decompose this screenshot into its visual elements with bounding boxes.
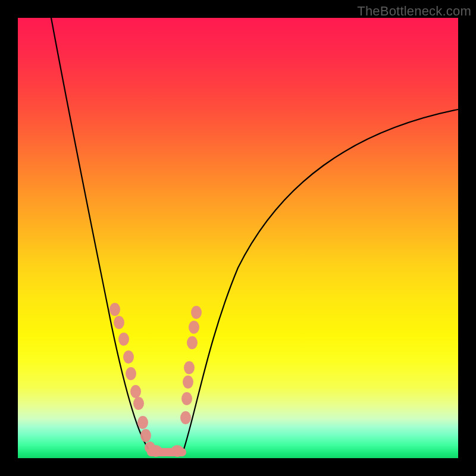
right-curve <box>183 109 458 451</box>
marker-dot <box>118 333 129 346</box>
marker-dot <box>180 411 191 424</box>
watermark-text: TheBottleneck.com <box>357 4 471 19</box>
marker-dot <box>171 445 184 457</box>
marker-dot <box>187 336 198 349</box>
marker-dot <box>149 445 162 457</box>
right-markers <box>180 306 202 424</box>
marker-dot <box>123 350 134 364</box>
marker-dot <box>140 429 151 442</box>
chart-container: TheBottleneck.com <box>0 0 476 476</box>
marker-dot <box>184 361 195 374</box>
marker-dot <box>114 316 124 329</box>
marker-dot <box>183 375 193 389</box>
marker-dot <box>189 321 199 334</box>
marker-dot <box>126 367 136 380</box>
marker-dot <box>109 303 120 316</box>
marker-dot <box>181 392 192 405</box>
left-markers <box>109 303 155 453</box>
marker-dot <box>191 306 202 319</box>
marker-dot <box>137 416 148 429</box>
marker-dot <box>133 397 144 410</box>
plot-area <box>18 18 458 458</box>
marker-dot <box>130 385 141 398</box>
curves-svg <box>18 18 458 458</box>
